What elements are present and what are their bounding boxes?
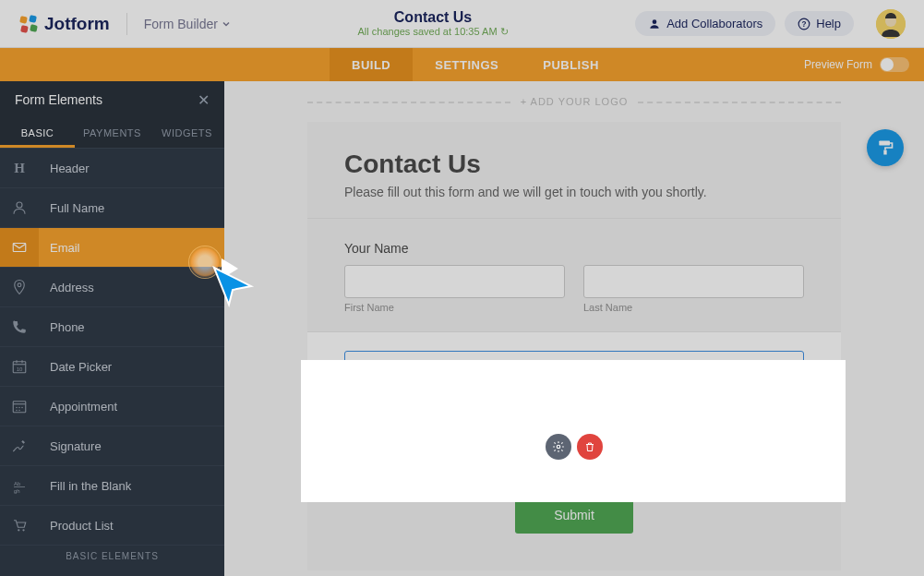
add-collaborators-button[interactable]: Add Collaborators (635, 11, 775, 36)
paint-roller-icon (876, 138, 894, 157)
heading-icon: H (0, 160, 39, 176)
svg-rect-3 (30, 24, 38, 32)
avatar-icon (876, 9, 906, 39)
form-header-section[interactable]: Contact Us Please fill out this form and… (307, 122, 841, 219)
sidebar-item-product-list[interactable]: Product List (0, 506, 224, 546)
sidebar-tab-widgets[interactable]: WIDGETS (150, 118, 224, 148)
sidebar-item-signature[interactable]: Signature (0, 426, 224, 466)
svg-text:10: 10 (17, 366, 23, 372)
svg-point-20 (16, 407, 18, 409)
user-icon (0, 199, 39, 216)
tab-build[interactable]: BUILD (330, 48, 413, 81)
form-canvas: + ADD YOUR LOGO Contact Us Please fill o… (224, 81, 924, 576)
toggle-switch[interactable] (880, 57, 909, 72)
name-field-section[interactable]: Your Name First Name Last Name (307, 219, 841, 332)
cart-icon (0, 517, 39, 534)
close-icon[interactable]: ✕ (198, 91, 210, 109)
svg-point-29 (22, 529, 24, 531)
svg-rect-1 (29, 15, 37, 23)
field-settings-button[interactable] (546, 434, 571, 460)
sidebar-item-appointment[interactable]: Appointment (0, 387, 224, 426)
chevron-down-icon (222, 19, 231, 29)
appointment-icon (0, 398, 39, 414)
gear-icon (552, 440, 565, 453)
drag-handle-icon[interactable]: ⋮⋮ (766, 391, 796, 406)
trash-icon (584, 441, 595, 452)
svg-text:gh: gh (14, 488, 20, 494)
svg-point-4 (653, 19, 657, 24)
envelope-icon (0, 228, 39, 267)
svg-text:H: H (14, 161, 25, 175)
pen-icon (0, 438, 39, 454)
email-input[interactable] (360, 392, 566, 420)
svg-rect-32 (883, 150, 886, 155)
tab-settings[interactable]: SETTINGS (413, 48, 521, 81)
paint-roller-fab[interactable] (867, 129, 904, 166)
sidebar-section-label: BASIC ELEMENTS (0, 546, 224, 567)
svg-rect-0 (19, 16, 28, 24)
svg-rect-2 (20, 25, 29, 33)
first-name-input[interactable] (344, 265, 565, 298)
sidebar-tabs: BASIC PAYMENTS WIDGETS (0, 118, 224, 149)
name-label: Your Name (344, 241, 804, 256)
last-name-input[interactable] (583, 265, 804, 298)
svg-text:?: ? (802, 19, 807, 28)
svg-rect-31 (879, 141, 890, 146)
add-logo-button[interactable]: + ADD YOUR LOGO (224, 81, 924, 122)
dropdown-text: Form Builder (144, 17, 218, 31)
logo-text: Jotform (44, 14, 110, 34)
svg-rect-11 (13, 244, 26, 252)
form-elements-sidebar: Form Elements ✕ BASIC PAYMENTS WIDGETS H… (0, 81, 224, 576)
sidebar-tab-basic[interactable]: BASIC (0, 118, 75, 148)
form-heading: Contact Us (344, 150, 804, 179)
svg-point-10 (17, 202, 22, 208)
form-builder-dropdown[interactable]: Form Builder (144, 17, 231, 31)
main-tabs: BUILD SETTINGS PUBLISH Preview Form (0, 48, 924, 81)
sidebar-title: Form Elements (15, 92, 102, 107)
email-field-section[interactable]: Email example@example.com ⋮⋮ (307, 332, 841, 484)
svg-text:Ab: Ab (14, 481, 21, 486)
help-icon: ? (798, 18, 810, 30)
field-actions (344, 434, 804, 460)
sidebar-tab-payments[interactable]: PAYMENTS (75, 118, 150, 148)
submit-button[interactable]: Submit (515, 497, 633, 534)
svg-point-30 (557, 445, 560, 449)
page-title[interactable]: Contact Us (231, 9, 635, 26)
first-name-sublabel: First Name (344, 302, 565, 313)
sidebar-item-fill-blank[interactable]: Abgh Fill in the Blank (0, 466, 224, 506)
form-subheading: Please fill out this form and we will ge… (344, 185, 804, 199)
element-list: H Header Full Name Email Address Phone 1… (0, 149, 224, 576)
svg-point-22 (21, 407, 23, 409)
preview-form-toggle[interactable]: Preview Form (804, 48, 909, 81)
sidebar-item-address[interactable]: Address (0, 268, 224, 307)
selected-field-wrapper: Email example@example.com ⋮⋮ (344, 351, 804, 447)
form-card: Contact Us Please fill out this form and… (307, 122, 841, 570)
top-header: Jotform Form Builder Contact Us All chan… (0, 0, 924, 48)
last-name-sublabel: Last Name (583, 302, 804, 313)
svg-point-28 (18, 529, 19, 531)
sidebar-item-full-name[interactable]: Full Name (0, 188, 224, 228)
header-right: Add Collaborators ? Help (635, 9, 906, 39)
person-icon (648, 18, 661, 30)
jotform-logo-icon (18, 14, 39, 34)
sidebar-item-email[interactable]: Email (0, 228, 224, 268)
svg-point-21 (18, 407, 20, 409)
svg-point-12 (18, 283, 21, 287)
divider (126, 13, 127, 35)
logo[interactable]: Jotform (18, 14, 110, 34)
avatar[interactable] (876, 9, 906, 39)
sidebar-item-header[interactable]: H Header (0, 149, 224, 188)
sidebar-item-phone[interactable]: Phone (0, 307, 224, 347)
sidebar-item-date-picker[interactable]: 10 Date Picker (0, 347, 224, 387)
sidebar-header: Form Elements ✕ (0, 81, 224, 118)
svg-point-24 (18, 410, 20, 412)
calendar-icon: 10 (0, 358, 39, 375)
svg-point-23 (16, 410, 18, 412)
field-delete-button[interactable] (577, 434, 603, 460)
email-label: Email (360, 363, 788, 378)
help-button[interactable]: ? Help (785, 11, 854, 36)
saved-status: All changes saved at 10:35 AM↻ (231, 26, 635, 38)
header-center: Contact Us All changes saved at 10:35 AM… (231, 9, 635, 38)
blank-icon: Abgh (0, 477, 39, 494)
tab-publish[interactable]: PUBLISH (521, 48, 621, 81)
